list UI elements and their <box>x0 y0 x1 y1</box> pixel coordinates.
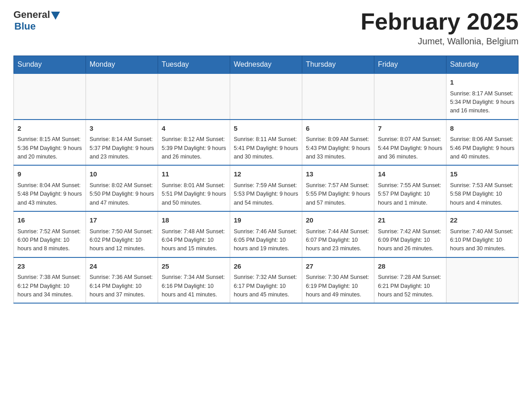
weekday-header-sunday: Sunday <box>14 56 86 74</box>
day-number: 16 <box>17 215 82 226</box>
calendar-cell: 17Sunrise: 7:50 AM Sunset: 6:02 PM Dayli… <box>86 211 158 257</box>
calendar-cell: 6Sunrise: 8:09 AM Sunset: 5:43 PM Daylig… <box>302 120 374 166</box>
day-info: Sunrise: 8:02 AM Sunset: 5:50 PM Dayligh… <box>90 181 154 207</box>
day-info: Sunrise: 7:38 AM Sunset: 6:12 PM Dayligh… <box>17 273 82 299</box>
day-info: Sunrise: 8:11 AM Sunset: 5:41 PM Dayligh… <box>234 135 298 161</box>
calendar-cell: 10Sunrise: 8:02 AM Sunset: 5:50 PM Dayli… <box>86 165 158 211</box>
day-number: 21 <box>378 215 442 226</box>
calendar-cell: 3Sunrise: 8:14 AM Sunset: 5:37 PM Daylig… <box>86 120 158 166</box>
calendar-table: SundayMondayTuesdayWednesdayThursdayFrid… <box>13 56 519 304</box>
day-info: Sunrise: 8:15 AM Sunset: 5:36 PM Dayligh… <box>17 135 82 161</box>
calendar-cell <box>14 73 86 120</box>
day-number: 13 <box>306 169 370 180</box>
day-number: 14 <box>378 169 442 180</box>
calendar-cell <box>446 257 519 304</box>
calendar-cell: 14Sunrise: 7:55 AM Sunset: 5:57 PM Dayli… <box>374 165 446 211</box>
calendar-cell <box>86 73 158 120</box>
weekday-header-thursday: Thursday <box>302 56 374 74</box>
calendar-cell <box>158 73 230 120</box>
calendar-cell: 24Sunrise: 7:36 AM Sunset: 6:14 PM Dayli… <box>86 257 158 304</box>
weekday-header-monday: Monday <box>86 56 158 74</box>
day-number: 5 <box>234 124 298 134</box>
title-section: February 2025 Jumet, Wallonia, Belgium <box>360 9 519 47</box>
day-info: Sunrise: 7:53 AM Sunset: 5:58 PM Dayligh… <box>450 181 515 207</box>
calendar-week-row: 2Sunrise: 8:15 AM Sunset: 5:36 PM Daylig… <box>14 120 519 166</box>
day-info: Sunrise: 8:12 AM Sunset: 5:39 PM Dayligh… <box>162 135 226 161</box>
calendar-cell: 28Sunrise: 7:28 AM Sunset: 6:21 PM Dayli… <box>374 257 446 304</box>
weekday-header-saturday: Saturday <box>446 56 519 74</box>
day-info: Sunrise: 7:44 AM Sunset: 6:07 PM Dayligh… <box>306 227 370 253</box>
day-info: Sunrise: 7:57 AM Sunset: 5:55 PM Dayligh… <box>306 181 370 207</box>
day-info: Sunrise: 7:30 AM Sunset: 6:19 PM Dayligh… <box>306 273 370 299</box>
calendar-cell: 16Sunrise: 7:52 AM Sunset: 6:00 PM Dayli… <box>14 211 86 257</box>
day-number: 25 <box>162 261 226 272</box>
day-info: Sunrise: 8:14 AM Sunset: 5:37 PM Dayligh… <box>90 135 154 161</box>
day-info: Sunrise: 8:07 AM Sunset: 5:44 PM Dayligh… <box>378 135 442 161</box>
calendar-week-row: 23Sunrise: 7:38 AM Sunset: 6:12 PM Dayli… <box>14 257 519 304</box>
day-info: Sunrise: 7:28 AM Sunset: 6:21 PM Dayligh… <box>378 273 442 299</box>
calendar-cell: 9Sunrise: 8:04 AM Sunset: 5:48 PM Daylig… <box>14 165 86 211</box>
calendar-cell: 2Sunrise: 8:15 AM Sunset: 5:36 PM Daylig… <box>14 120 86 166</box>
day-number: 7 <box>378 124 442 134</box>
day-number: 6 <box>306 124 370 134</box>
day-number: 22 <box>450 215 515 226</box>
day-number: 15 <box>450 169 515 180</box>
day-number: 8 <box>450 124 515 134</box>
day-info: Sunrise: 7:48 AM Sunset: 6:04 PM Dayligh… <box>162 227 226 253</box>
day-number: 24 <box>90 261 154 272</box>
calendar-cell: 8Sunrise: 8:06 AM Sunset: 5:46 PM Daylig… <box>446 120 519 166</box>
day-info: Sunrise: 8:01 AM Sunset: 5:51 PM Dayligh… <box>162 181 226 207</box>
day-number: 26 <box>234 261 298 272</box>
calendar-week-row: 1Sunrise: 8:17 AM Sunset: 5:34 PM Daylig… <box>14 73 519 120</box>
calendar-cell: 20Sunrise: 7:44 AM Sunset: 6:07 PM Dayli… <box>302 211 374 257</box>
day-info: Sunrise: 7:50 AM Sunset: 6:02 PM Dayligh… <box>90 227 154 253</box>
calendar-cell <box>374 73 446 120</box>
weekday-header-friday: Friday <box>374 56 446 74</box>
calendar-week-row: 16Sunrise: 7:52 AM Sunset: 6:00 PM Dayli… <box>14 211 519 257</box>
day-number: 9 <box>17 169 82 180</box>
day-number: 28 <box>378 261 442 272</box>
day-info: Sunrise: 7:59 AM Sunset: 5:53 PM Dayligh… <box>234 181 298 207</box>
day-info: Sunrise: 7:42 AM Sunset: 6:09 PM Dayligh… <box>378 227 442 253</box>
calendar-cell: 4Sunrise: 8:12 AM Sunset: 5:39 PM Daylig… <box>158 120 230 166</box>
day-number: 19 <box>234 215 298 226</box>
calendar-cell: 12Sunrise: 7:59 AM Sunset: 5:53 PM Dayli… <box>230 165 302 211</box>
month-title: February 2025 <box>360 9 519 34</box>
day-number: 17 <box>90 215 154 226</box>
calendar-cell: 25Sunrise: 7:34 AM Sunset: 6:16 PM Dayli… <box>158 257 230 304</box>
day-number: 27 <box>306 261 370 272</box>
calendar-cell: 7Sunrise: 8:07 AM Sunset: 5:44 PM Daylig… <box>374 120 446 166</box>
day-info: Sunrise: 7:46 AM Sunset: 6:05 PM Dayligh… <box>234 227 298 253</box>
day-info: Sunrise: 7:40 AM Sunset: 6:10 PM Dayligh… <box>450 227 515 253</box>
weekday-header-tuesday: Tuesday <box>158 56 230 74</box>
day-number: 23 <box>17 261 82 272</box>
day-info: Sunrise: 7:36 AM Sunset: 6:14 PM Dayligh… <box>90 273 154 299</box>
day-info: Sunrise: 8:04 AM Sunset: 5:48 PM Dayligh… <box>17 181 82 207</box>
calendar-week-row: 9Sunrise: 8:04 AM Sunset: 5:48 PM Daylig… <box>14 165 519 211</box>
logo-triangle-icon <box>51 12 60 20</box>
weekday-header-row: SundayMondayTuesdayWednesdayThursdayFrid… <box>14 56 519 74</box>
calendar-cell: 15Sunrise: 7:53 AM Sunset: 5:58 PM Dayli… <box>446 165 519 211</box>
calendar-cell: 11Sunrise: 8:01 AM Sunset: 5:51 PM Dayli… <box>158 165 230 211</box>
calendar-cell: 5Sunrise: 8:11 AM Sunset: 5:41 PM Daylig… <box>230 120 302 166</box>
day-number: 2 <box>17 124 82 134</box>
calendar-cell: 23Sunrise: 7:38 AM Sunset: 6:12 PM Dayli… <box>14 257 86 304</box>
calendar-cell: 13Sunrise: 7:57 AM Sunset: 5:55 PM Dayli… <box>302 165 374 211</box>
day-number: 18 <box>162 215 226 226</box>
day-info: Sunrise: 7:32 AM Sunset: 6:17 PM Dayligh… <box>234 273 298 299</box>
day-number: 4 <box>162 124 226 134</box>
logo-blue: Blue <box>14 21 36 32</box>
day-info: Sunrise: 8:09 AM Sunset: 5:43 PM Dayligh… <box>306 135 370 161</box>
page-header: General Blue February 2025 Jumet, Wallon… <box>13 9 519 47</box>
calendar-cell: 27Sunrise: 7:30 AM Sunset: 6:19 PM Dayli… <box>302 257 374 304</box>
day-info: Sunrise: 7:34 AM Sunset: 6:16 PM Dayligh… <box>162 273 226 299</box>
day-number: 10 <box>90 169 154 180</box>
day-number: 20 <box>306 215 370 226</box>
location: Jumet, Wallonia, Belgium <box>360 36 519 47</box>
calendar-cell: 19Sunrise: 7:46 AM Sunset: 6:05 PM Dayli… <box>230 211 302 257</box>
calendar-cell: 1Sunrise: 8:17 AM Sunset: 5:34 PM Daylig… <box>446 73 519 120</box>
day-number: 1 <box>450 77 515 88</box>
day-number: 3 <box>90 124 154 134</box>
logo-general: General <box>13 9 50 21</box>
day-number: 11 <box>162 169 226 180</box>
